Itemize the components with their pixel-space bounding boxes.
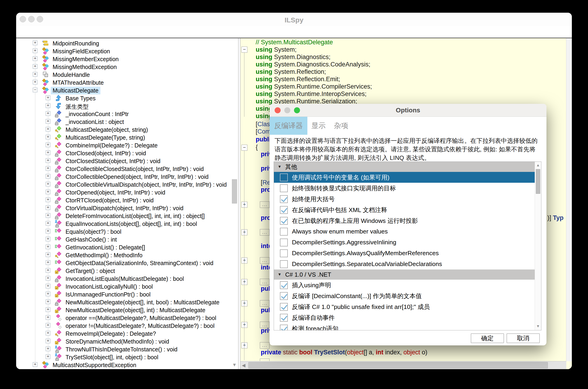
option-row[interactable]: 插入using声明 [274,280,535,291]
scroll-up-arrow[interactable]: ▲ [535,163,541,167]
option-checkbox[interactable] [280,303,288,311]
tree-expand-toggle[interactable]: + [46,260,50,265]
tree-expand-toggle[interactable]: + [46,205,50,210]
tree-expand-toggle[interactable]: + [33,56,37,61]
option-checkbox[interactable] [280,260,288,268]
option-group-header[interactable]: ▼其他 [274,162,535,172]
tree-expand-toggle[interactable]: + [46,237,50,241]
tree-row[interactable]: +EqualInvocationLists(object[], object[]… [16,220,232,227]
tree-row[interactable]: +ThrowNullThisInDelegateToInstance() : v… [16,345,232,353]
option-row[interactable]: 检测 foreach语句 [274,323,535,330]
tree-expand-toggle[interactable]: + [46,347,50,351]
tree-row[interactable]: +GetTarget() : object [16,267,232,275]
tree-row[interactable]: +operator ==(MulticastDelegate?, Multica… [16,314,232,322]
tree-row[interactable]: +CtorOpened(object, IntPtr, IntPtr) : vo… [16,188,232,196]
tree-row[interactable]: +MissingFieldException [16,47,232,55]
tree-row[interactable]: +CtorClosedStatic(object, IntPtr) : void [16,157,232,165]
tree-row[interactable]: +GetMethodImpl() : MethodInfo [16,251,232,259]
option-checkbox[interactable] [280,217,288,225]
fold-expand-toggle[interactable]: + [241,300,247,306]
code-horizontal-scrollbar[interactable]: ◀ [240,361,566,369]
tree-row[interactable]: −MulticastDelegate [16,86,232,94]
tree-row[interactable]: +InvocationListLogicallyNull() : bool [16,282,232,290]
tree-expand-toggle[interactable]: + [46,307,50,312]
tree-row[interactable]: +GetInvocationList() : Delegate[] [16,243,232,251]
tree-expand-toggle[interactable]: + [46,174,50,179]
tree-row[interactable]: +派生类型 [16,102,232,110]
tree-row[interactable]: +CtorClosed(object, IntPtr) : void [16,149,232,157]
tree-row[interactable]: +MidpointRounding [16,39,232,47]
tree-expand-toggle[interactable]: + [46,197,50,202]
option-row[interactable]: 反编译 [DecimalConstant(...)] 作为简单的文本值 [274,291,535,301]
tree-row[interactable]: +Base Types [16,94,232,102]
tree-expand-toggle[interactable]: + [46,166,50,171]
tree-row[interactable]: +MulticastDelegate(object, string) [16,126,232,133]
tree-row[interactable]: +InvocationListEquals(MulticastDelegate)… [16,275,232,282]
scroll-down-arrow[interactable]: ▼ [535,324,541,328]
fold-expand-toggle[interactable]: + [241,258,247,263]
tree-row[interactable]: +CtorVirtualDispatch(object, IntPtr, Int… [16,204,232,212]
collapsed-region[interactable]: ... [260,342,269,349]
options-scrollbar-thumb[interactable] [536,169,540,194]
tree-expand-toggle[interactable]: + [33,72,37,77]
tree-row[interactable]: +_invocationList : object [16,118,232,126]
collapsed-region[interactable]: ... [260,300,269,307]
tree-expand-toggle[interactable]: + [46,323,50,328]
collapsed-region[interactable]: ... [260,322,269,328]
tree-expand-toggle[interactable]: + [46,190,50,194]
tree-row[interactable]: +MissingMethodException [16,63,232,71]
option-checkbox[interactable] [280,184,288,192]
pane-splitter[interactable] [238,38,240,369]
tree-row[interactable]: +operator !=(MulticastDelegate?, Multica… [16,322,232,329]
tab-decompiler[interactable]: 反编译器 [269,117,307,135]
option-checkbox[interactable] [280,239,288,246]
tree-expand-toggle[interactable]: + [46,276,50,281]
option-row[interactable]: Always show enum member values [274,226,535,237]
tree-expand-toggle[interactable]: + [46,292,50,296]
tree-expand-toggle[interactable]: + [46,229,50,233]
option-row[interactable]: 反编译 C# 1.0 "public unsafe fixed int arr[… [274,301,535,312]
tree-row[interactable]: +NewMulticastDelegate(object[], int) : M… [16,306,232,314]
fold-collapse-toggle[interactable]: − [241,145,247,151]
tree-expand-toggle[interactable]: + [33,48,37,53]
scroll-left-arrow[interactable]: ◀ [242,362,245,368]
tree-row[interactable]: +GetObjectData(SerializationInfo, Stream… [16,259,232,267]
collapsed-region[interactable]: ... [260,201,269,208]
tree-row[interactable]: +CtorCollectibleClosedStatic(object, Int… [16,165,232,173]
options-list-scrollbar[interactable]: ▲ ▼ [535,162,541,330]
option-row[interactable]: 在反编译代码中包括 XML 文档注释 [274,204,535,215]
tree-expand-toggle[interactable]: + [46,221,50,226]
code-hscroll-thumb[interactable] [248,362,548,368]
tree-expand-toggle[interactable]: + [33,80,37,84]
tree-expand-toggle[interactable]: + [33,41,37,45]
tree-expand-toggle[interactable]: + [46,143,50,147]
tree-expand-toggle[interactable]: + [46,103,50,108]
tree-expand-toggle[interactable]: + [46,96,50,100]
option-row[interactable]: DecompilerSettings.AggressiveInlining [274,237,535,248]
tree-expand-toggle[interactable]: + [46,268,50,273]
code-vertical-scrollbar[interactable] [566,38,572,361]
option-checkbox[interactable] [280,173,288,181]
tree-expand-toggle[interactable]: + [46,119,50,124]
option-checkbox[interactable] [280,249,288,257]
tree-row[interactable]: +_invocationCount : IntPtr [16,110,232,118]
cancel-button[interactable]: 取消 [507,333,540,343]
fold-expand-toggle[interactable]: + [241,202,247,208]
option-row[interactable]: 始终使用大括号 [274,194,535,204]
option-group-header[interactable]: ▼C# 1.0 / VS .NET [274,269,535,280]
tree-expand-toggle[interactable]: − [33,88,37,92]
fold-expand-toggle[interactable]: + [241,229,247,235]
tree-row[interactable]: +MulticastDelegate(Type, string) [16,133,232,141]
tree-expand-toggle[interactable]: + [46,111,50,116]
tree-row[interactable]: +IsUnmanagedFunctionPtr() : bool [16,290,232,298]
tree-expand-toggle[interactable]: + [46,354,50,359]
tree-expand-toggle[interactable]: + [46,182,50,186]
tree-row[interactable]: +CtorCollectibleVirtualDispatch(object, … [16,180,232,188]
tree-row[interactable]: +StoreDynamicMethod(MethodInfo) : void [16,337,232,345]
tree-row[interactable]: +DeleteFromInvocationList(object[], int,… [16,212,232,220]
tree-expand-toggle[interactable]: + [33,64,37,69]
collapsed-region[interactable]: ... [260,229,269,236]
tree-expand-toggle[interactable]: + [46,252,50,257]
tree-row[interactable]: +MissingMemberException [16,55,232,63]
collapsed-region[interactable]: ... [260,257,269,264]
